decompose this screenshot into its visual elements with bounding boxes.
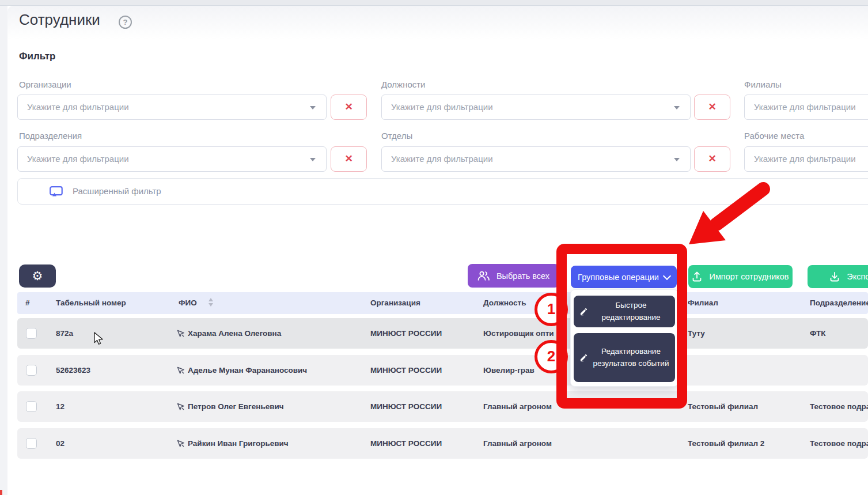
gear-icon: ⚙ <box>32 269 43 282</box>
filter-label-subdivisions: Подразделения <box>19 131 82 141</box>
chevron-down-icon <box>674 158 680 161</box>
branches-select[interactable]: Укажите для фильтрации <box>744 95 868 120</box>
header-tab-number: Табельный номер <box>56 292 126 314</box>
subdivisions-clear-button[interactable]: ✕ <box>331 146 367 172</box>
export-label: Экспорт <box>847 272 868 281</box>
filter-label-branches: Филиалы <box>744 80 782 89</box>
chevron-down-icon <box>674 106 680 109</box>
header-position: Должность <box>483 292 526 314</box>
organizations-select[interactable]: Укажите для фильтрации <box>17 95 327 120</box>
import-employees-label: Импорт сотрудников <box>709 272 789 281</box>
workplaces-select[interactable]: Укажите для фильтрации <box>744 146 868 172</box>
table-settings-button[interactable]: ⚙ <box>19 264 56 288</box>
upload-icon <box>692 271 702 282</box>
mouse-pointer-icon <box>177 330 184 338</box>
cell-organization: МИНЮСТ РОССИИ <box>370 318 442 349</box>
cell-fio[interactable]: Харама Алена Олеговна <box>188 318 281 349</box>
help-icon[interactable]: ? <box>119 16 132 29</box>
positions-select[interactable]: Укажите для фильтрации <box>381 95 691 120</box>
cell-division: Тестовое подразделение <box>810 391 868 422</box>
employees-page: Сотрудники ? Фильтр Организации Укажите … <box>0 0 868 495</box>
mouse-pointer-icon <box>177 366 184 375</box>
cell-branch: Тестовый филиал <box>688 391 758 422</box>
subdivisions-select[interactable]: Укажите для фильтрации <box>17 146 327 172</box>
filter-label-positions: Должности <box>381 80 426 89</box>
cell-position: Ювелир-грав <box>483 355 535 386</box>
cell-division: Тестовое подразделение <box>810 428 868 459</box>
screen-share-icon <box>50 186 63 197</box>
browser-top-strip <box>0 0 868 6</box>
select-all-label: Выбрать всех <box>496 271 549 281</box>
mouse-pointer-icon <box>177 440 184 448</box>
chevron-down-icon <box>310 106 316 109</box>
workplaces-placeholder: Укажите для фильтрации <box>754 147 856 171</box>
import-employees-button[interactable]: Импорт сотрудников <box>688 265 793 288</box>
sort-icon[interactable] <box>209 298 213 307</box>
header-organization: Организация <box>370 292 420 314</box>
header-branch: Филиал <box>688 292 718 314</box>
cell-tab-number: 12 <box>56 391 65 422</box>
page-left-strip <box>0 6 7 495</box>
positions-placeholder: Укажите для фильтрации <box>391 95 493 119</box>
cell-division: ФТК <box>810 318 826 349</box>
annotation-highlight-box <box>556 244 687 409</box>
annotation-arrow <box>680 173 778 254</box>
cell-fio[interactable]: Петров Олег Евгеньевич <box>188 391 284 422</box>
departments-placeholder: Укажите для фильтрации <box>391 147 493 171</box>
cell-organization: МИНЮСТ РОССИИ <box>370 355 442 386</box>
row-checkbox[interactable] <box>26 401 37 412</box>
filter-label-workplaces: Рабочие места <box>744 131 804 141</box>
download-icon <box>829 271 840 282</box>
organizations-placeholder: Укажите для фильтрации <box>27 95 129 119</box>
cell-tab-number: 02 <box>56 428 65 459</box>
header-division: Подразделение <box>810 292 868 314</box>
branches-placeholder: Укажите для фильтрации <box>754 95 856 119</box>
cell-tab-number: 872a <box>56 318 73 349</box>
cell-position: Главный агроном <box>483 391 552 422</box>
chevron-down-icon <box>310 158 316 161</box>
organizations-clear-button[interactable]: ✕ <box>331 95 367 120</box>
filter-label-departments: Отделы <box>381 131 412 141</box>
cell-branch: Туту <box>688 318 705 349</box>
header-index: # <box>25 292 30 314</box>
filter-heading: Фильтр <box>19 51 55 62</box>
positions-clear-button[interactable]: ✕ <box>694 95 730 120</box>
select-all-button[interactable]: Выбрать всех <box>468 264 559 288</box>
filter-label-organizations: Организации <box>19 80 71 89</box>
export-button[interactable]: Экспорт <box>808 265 868 288</box>
cell-position: Главный агроном <box>483 428 552 459</box>
advanced-filter-label: Расширенный фильтр <box>73 179 161 204</box>
cell-fio[interactable]: Райкин Иван Григорьевич <box>188 428 289 459</box>
screen-edge-artifact <box>0 490 2 495</box>
cell-tab-number: 52623623 <box>56 355 90 386</box>
departments-clear-button[interactable]: ✕ <box>694 146 730 172</box>
row-checkbox[interactable] <box>26 328 37 339</box>
cell-fio[interactable]: Аделье Мунан Фарананосович <box>188 355 307 386</box>
users-icon <box>477 271 490 281</box>
mouse-pointer-icon <box>177 403 184 411</box>
cell-branch: Тестовый филиал 2 <box>688 428 764 459</box>
table-row[interactable]: 02 Райкин Иван Григорьевич МИНЮСТ РОССИИ… <box>17 428 868 459</box>
page-title: Сотрудники <box>19 11 100 29</box>
table-row[interactable]: 872a Харама Алена Олеговна МИНЮСТ РОССИИ… <box>17 318 868 349</box>
cell-organization: МИНЮСТ РОССИИ <box>370 391 442 422</box>
cursor-icon <box>93 332 104 346</box>
header-fio[interactable]: ФИО <box>179 292 197 314</box>
subdivisions-placeholder: Укажите для фильтрации <box>27 147 129 171</box>
table-row[interactable]: 52623623 Аделье Мунан Фарананосович МИНЮ… <box>17 355 868 386</box>
table-header-row: # Табельный номер ФИО Организация Должно… <box>17 292 868 314</box>
departments-select[interactable]: Укажите для фильтрации <box>381 146 691 172</box>
cell-organization: МИНЮСТ РОССИИ <box>370 428 442 459</box>
table-row[interactable]: 12 Петров Олег Евгеньевич МИНЮСТ РОССИИ … <box>17 391 868 422</box>
row-checkbox[interactable] <box>26 438 37 449</box>
row-checkbox[interactable] <box>26 365 37 376</box>
